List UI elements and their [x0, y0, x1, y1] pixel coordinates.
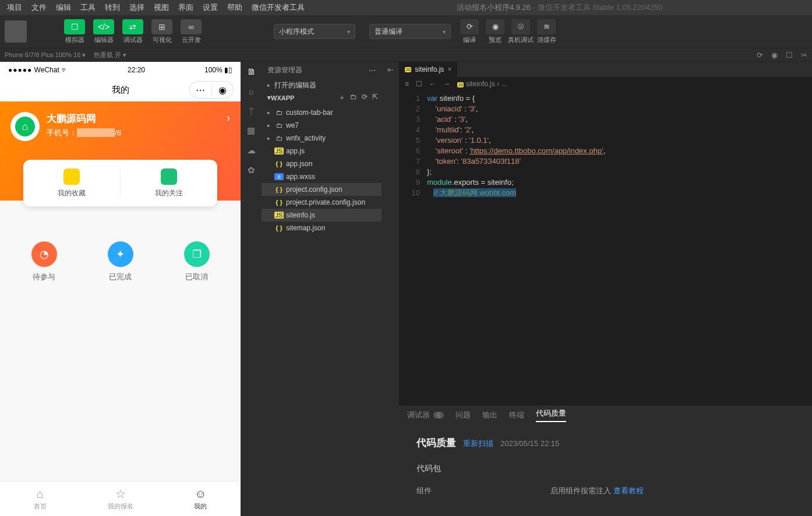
file-siteinfo.js[interactable]: JSsiteinfo.js [262, 209, 382, 222]
folder-wnfx_activity[interactable]: ▸🗀wnfx_activity [262, 132, 382, 145]
debugger-button[interactable]: ⇄调试器 [120, 19, 146, 44]
cut-icon[interactable]: ✂ [801, 51, 807, 59]
folder-we7[interactable]: ▸🗀we7 [262, 119, 382, 132]
git-icon[interactable]: ᛘ [245, 105, 257, 117]
main-toolbar: ☐模拟器 </>编辑器 ⇄调试器 ⊞可视化 ∞云开发 小程序模式▾ 普通编译▾ … [0, 15, 812, 48]
component-label: 组件 [416, 486, 550, 496]
file-app.wxss[interactable]: ≡app.wxss [262, 170, 382, 183]
visualize-button[interactable]: ⊞可视化 [149, 19, 175, 44]
menu-view[interactable]: 视图 [149, 2, 174, 13]
settings-icon[interactable]: ✿ [245, 164, 257, 176]
clear-cache-button[interactable]: ≋清缓存 [534, 19, 559, 44]
capsule-menu-icon[interactable]: ⋯ [190, 85, 211, 96]
tab-code-quality[interactable]: 代码质量 [536, 408, 566, 422]
breadcrumb[interactable]: siteinfo.js › ... [466, 80, 507, 88]
project-avatar[interactable] [5, 20, 27, 43]
user-phone: 手机号：000000000/8 [47, 128, 121, 138]
back-icon[interactable]: ← [429, 80, 436, 88]
bookmark-icon[interactable]: ☐ [416, 80, 422, 88]
scan-time: 2023/05/15 22:15 [500, 439, 559, 448]
cloud-dev-button[interactable]: ∞云开发 [178, 19, 204, 44]
device-selector[interactable]: Phone 6/7/8 Plus 100% 16 ▾ [5, 51, 86, 59]
collapse-left-icon[interactable]: ⇤ [387, 65, 394, 516]
favorites-button[interactable]: 我的收藏 [23, 160, 120, 206]
code-editor[interactable]: 12345678910 var siteinfo = { 'uniacid' :… [399, 91, 812, 405]
collapse-icon[interactable]: ⇱ [372, 93, 378, 103]
compile-button[interactable]: ⟳编译 [457, 19, 482, 44]
signal-icon: ●●●●● [8, 66, 32, 74]
menu-project[interactable]: 项目 [2, 2, 27, 13]
simulator-button[interactable]: ☐模拟器 [62, 19, 87, 44]
note-icon [161, 169, 177, 185]
close-icon[interactable]: × [447, 65, 451, 73]
tab-signup[interactable]: ☆我的报名 [80, 482, 161, 516]
hot-reload-toggle[interactable]: 热重载 开 ▾ [94, 51, 126, 59]
more-icon[interactable]: ⋯ [369, 66, 376, 75]
capsule-close-icon[interactable]: ◉ [212, 85, 234, 96]
avatar: ⌂ [10, 112, 40, 141]
menu-ui[interactable]: 界面 [174, 2, 198, 13]
compile-type-select[interactable]: 普通编译▾ [369, 24, 451, 39]
activity-bar: 🗎 ⌕ ᛘ ▦ ☁ ✿ [241, 62, 262, 516]
tab-terminal[interactable]: 终端 [509, 410, 524, 420]
open-editors-section[interactable]: ▸打开的编辑器 [262, 79, 382, 92]
tab-problems[interactable]: 问题 [456, 410, 471, 420]
menu-goto[interactable]: 转到 [100, 2, 125, 13]
rescan-link[interactable]: 重新扫描 [463, 438, 493, 449]
tab-siteinfo-js[interactable]: JS siteinfo.js × [399, 62, 457, 77]
shield-icon: ✦ [108, 241, 133, 267]
menu-wechat-devtools[interactable]: 微信开发者工具 [247, 2, 309, 13]
js-file-icon: JS [457, 82, 464, 87]
simulator-panel: ●●●●● WeChat ᯤ 22:20 100% ▮▯ 我的 ⋯ ◉ ⌂ 大鹏… [0, 62, 241, 516]
tab-me[interactable]: ☺我的 [160, 482, 241, 516]
cancelled-button[interactable]: ❐已取消 [171, 241, 223, 282]
menu-edit[interactable]: 编辑 [51, 2, 76, 13]
panel-divider[interactable]: ⇤ [382, 62, 399, 516]
record-icon[interactable]: ◉ [771, 51, 778, 59]
quality-title: 代码质量 [416, 436, 456, 450]
tab-debugger[interactable]: 调试器6 [407, 410, 444, 420]
preview-button[interactable]: ◉预览 [482, 19, 508, 44]
explorer-title: 资源管理器 [267, 65, 302, 75]
person-icon: ☺ [195, 487, 206, 501]
tab-output[interactable]: 输出 [482, 410, 497, 420]
follows-button[interactable]: 我的关注 [121, 160, 217, 206]
refresh-icon[interactable]: ⟳ [757, 51, 763, 59]
file-project.config.json[interactable]: { }project.config.json [262, 183, 382, 196]
refresh-icon[interactable]: ⟳ [362, 93, 368, 103]
forward-icon[interactable]: → [443, 80, 450, 88]
capsule-button[interactable]: ⋯ ◉ [189, 81, 234, 99]
menu-select[interactable]: 选择 [125, 2, 149, 13]
home-icon: ⌂ [15, 117, 35, 136]
editor-button[interactable]: </>编辑器 [91, 19, 116, 44]
device-icon[interactable]: ☐ [786, 51, 793, 59]
real-device-debug-button[interactable]: ⦾真机调试 [508, 19, 534, 44]
wifi-icon: ᯤ [59, 66, 68, 74]
file-app.js[interactable]: JSapp.js [262, 145, 382, 157]
pending-button[interactable]: ◔待参与 [18, 241, 70, 282]
menu-bar: 项目 文件 编辑 工具 转到 选择 视图 界面 设置 帮助 微信开发者工具 活动… [0, 0, 812, 15]
file-project.private.config.json[interactable]: { }project.private.config.json [262, 196, 382, 209]
file-app.json[interactable]: { }app.json [262, 157, 382, 170]
search-icon[interactable]: ⌕ [245, 85, 257, 97]
menu-settings[interactable]: 设置 [198, 2, 223, 13]
menu-tools[interactable]: 工具 [76, 2, 100, 13]
menu-help[interactable]: 帮助 [223, 2, 247, 13]
folder-custom-tab-bar[interactable]: ▸🗀custom-tab-bar [262, 106, 382, 119]
menu-file[interactable]: 文件 [27, 2, 51, 13]
done-button[interactable]: ✦已完成 [94, 241, 147, 282]
mode-select[interactable]: 小程序模式▾ [274, 24, 355, 39]
chevron-down-icon: ▾ [347, 29, 350, 35]
file-sitemap.json[interactable]: { }sitemap.json [262, 222, 382, 234]
battery-icon: ▮▯ [224, 66, 232, 74]
cloud-icon[interactable]: ☁ [245, 145, 257, 156]
lightbulb-icon [63, 169, 80, 185]
tab-home[interactable]: ⌂首页 [0, 482, 80, 516]
project-root[interactable]: ▾WXAPP ＋🗀⟳⇱ [262, 92, 382, 104]
list-icon[interactable]: ≡ [405, 80, 409, 88]
extensions-icon[interactable]: ▦ [245, 125, 257, 136]
new-file-icon[interactable]: ＋ [338, 93, 345, 103]
new-folder-icon[interactable]: 🗀 [350, 93, 357, 103]
tutorial-link[interactable]: 查看教程 [613, 486, 644, 495]
explorer-icon[interactable]: 🗎 [245, 65, 257, 77]
